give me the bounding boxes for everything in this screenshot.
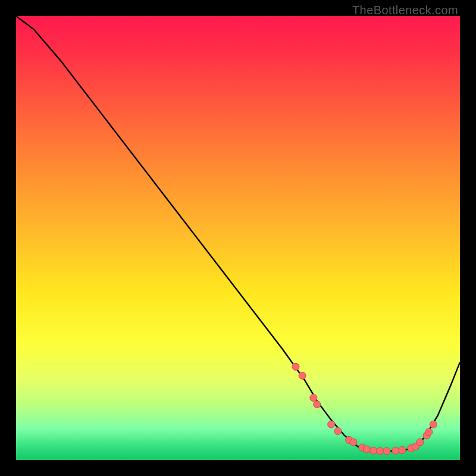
bottleneck-curve [16, 16, 460, 451]
data-point [310, 394, 317, 402]
data-point [430, 421, 437, 428]
data-point [299, 372, 306, 379]
curve-markers [292, 363, 437, 455]
data-point [350, 439, 357, 446]
data-point [425, 428, 433, 436]
chart-frame: TheBottleneck.com [0, 0, 476, 476]
data-point [383, 447, 390, 455]
data-point [370, 447, 377, 454]
data-point [399, 447, 406, 454]
data-point [392, 447, 399, 454]
data-point [328, 421, 335, 428]
data-point [314, 401, 321, 408]
data-point [292, 363, 299, 370]
data-point [334, 428, 342, 435]
watermark-text: TheBottleneck.com [352, 4, 458, 17]
curve-svg [16, 16, 460, 460]
data-point [416, 439, 424, 446]
data-point [377, 447, 384, 455]
data-point [363, 446, 370, 453]
plot-area [16, 16, 460, 460]
